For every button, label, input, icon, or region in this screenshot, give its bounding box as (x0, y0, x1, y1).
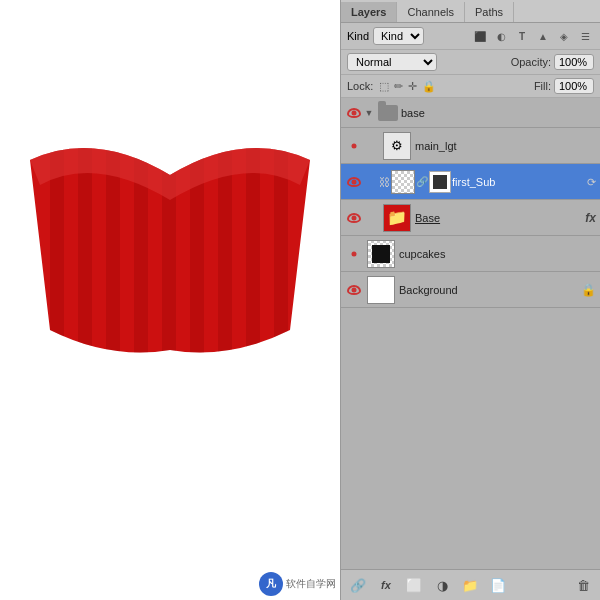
tab-channels[interactable]: Channels (397, 2, 464, 22)
visibility-icon-base[interactable] (345, 104, 363, 122)
filter-kind-label: Kind (347, 30, 369, 42)
layer-thumb-background (367, 276, 395, 304)
panel-toolbar: 🔗 fx ⬜ ◑ 📁 📄 🗑 (341, 569, 600, 600)
visibility-icon-cupcakes[interactable] (345, 245, 363, 263)
layer-item-background[interactable]: Background 🔒 (341, 272, 600, 308)
filter-adjust-icon[interactable]: ◐ (492, 27, 510, 45)
filter-pixel-icon[interactable]: ⬛ (471, 27, 489, 45)
layer-name-background: Background (399, 284, 581, 296)
visibility-icon-first-sub[interactable] (345, 173, 363, 191)
layer-thumb-base-layer: 📁 (383, 204, 411, 232)
layer-name-cupcakes: cupcakes (399, 248, 596, 260)
opacity-value[interactable]: 100% (554, 54, 594, 70)
watermark: 凡 软件自学网 (259, 572, 336, 596)
layer-style-button[interactable]: fx (375, 574, 397, 596)
layer-item-main-lgt[interactable]: ⚙ main_lgt (341, 128, 600, 164)
mask-button[interactable]: ⬜ (403, 574, 425, 596)
lock-label: Lock: (347, 80, 373, 92)
filter-icons: ⬛ ◐ T ▲ ◈ ☰ (471, 27, 594, 45)
expand-arrow-base[interactable]: ▼ (363, 107, 375, 119)
lock-pixel-icon[interactable]: ✏ (394, 80, 403, 93)
layers-panel: Layers Channels Paths Kind Kind ⬛ ◐ T ▲ … (340, 0, 600, 600)
layer-item-first-sub[interactable]: ⛓ 🔗 first_Sub ⟳ (341, 164, 600, 200)
filter-type-icon[interactable]: T (513, 27, 531, 45)
cupcake-illustration (20, 130, 320, 373)
lock-icons: ⬚ ✏ ✛ 🔒 (379, 80, 436, 93)
group-button[interactable]: 📁 (459, 574, 481, 596)
blend-row: Normal Multiply Screen Overlay Opacity: … (341, 50, 600, 75)
filter-smart-icon[interactable]: ◈ (555, 27, 573, 45)
visibility-icon-background[interactable] (345, 281, 363, 299)
layer-group-base[interactable]: ▼ base (341, 98, 600, 128)
layer-thumb-main-lgt: ⚙ (383, 132, 411, 160)
opacity-group: Opacity: 100% (511, 54, 594, 70)
lock-all-icon[interactable]: 🔒 (422, 80, 436, 93)
lock-row: Lock: ⬚ ✏ ✛ 🔒 Fill: 100% (341, 75, 600, 98)
watermark-logo: 凡 (259, 572, 283, 596)
layer-item-base-layer[interactable]: 📁 Base fx (341, 200, 600, 236)
visibility-icon-base-layer[interactable] (345, 209, 363, 227)
fill-value[interactable]: 100% (554, 78, 594, 94)
visibility-icon-main-lgt[interactable] (345, 137, 363, 155)
watermark-text: 软件自学网 (286, 577, 336, 591)
adjustment-button[interactable]: ◑ (431, 574, 453, 596)
filter-kind-select[interactable]: Kind (373, 27, 424, 45)
fx-badge: fx (585, 211, 596, 225)
svg-rect-4 (162, 130, 176, 370)
fill-group: Fill: 100% (534, 78, 594, 94)
layer-name-main-lgt: main_lgt (415, 140, 596, 152)
lock-badge: 🔒 (581, 283, 596, 297)
chain-left-icon: ⛓ (379, 176, 390, 188)
filter-toggle-icon[interactable]: ☰ (576, 27, 594, 45)
layer-name-first-sub: first_Sub (452, 176, 587, 188)
tab-paths[interactable]: Paths (465, 2, 514, 22)
filter-row: Kind Kind ⬛ ◐ T ▲ ◈ ☰ (341, 23, 600, 50)
chain-middle-icon: 🔗 (416, 176, 428, 187)
fill-label: Fill: (534, 80, 551, 92)
lock-move-icon[interactable]: ✛ (408, 80, 417, 93)
folder-icon-base (378, 105, 398, 121)
layer-name-base-layer: Base (415, 212, 585, 224)
first-sub-badge: ⟳ (587, 175, 596, 189)
blend-mode-select[interactable]: Normal Multiply Screen Overlay (347, 53, 437, 71)
tab-layers[interactable]: Layers (341, 2, 397, 22)
canvas-area: 凡 软件自学网 (0, 0, 340, 600)
layer-thumb2-first-sub (429, 171, 451, 193)
delete-layer-button[interactable]: 🗑 (572, 574, 594, 596)
panel-tabs: Layers Channels Paths (341, 0, 600, 23)
lock-transparent-icon[interactable]: ⬚ (379, 80, 389, 93)
layers-list: ▼ base ⚙ main_lgt ⛓ (341, 98, 600, 569)
opacity-label: Opacity: (511, 56, 551, 68)
new-layer-button[interactable]: 📄 (487, 574, 509, 596)
layer-thumb-cupcakes (367, 240, 395, 268)
filter-shape-icon[interactable]: ▲ (534, 27, 552, 45)
layer-name-base: base (401, 107, 596, 119)
layer-item-cupcakes[interactable]: cupcakes (341, 236, 600, 272)
layer-thumb1-first-sub (391, 170, 415, 194)
link-layers-button[interactable]: 🔗 (347, 574, 369, 596)
